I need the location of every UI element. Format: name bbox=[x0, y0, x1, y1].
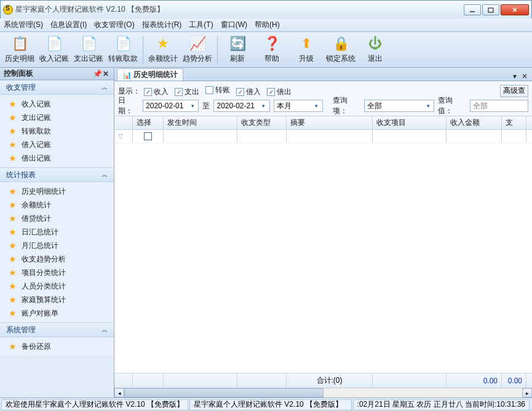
advanced-search-button[interactable]: 高级查 bbox=[500, 85, 528, 97]
sidebar-item-历史明细统计[interactable]: ★历史明细统计 bbox=[0, 185, 114, 198]
toolbar-转账取款[interactable]: 📄转账取款 bbox=[107, 34, 139, 66]
帮助-icon: ❓ bbox=[263, 35, 281, 52]
query-val-input[interactable] bbox=[473, 102, 525, 110]
tab-history-detail[interactable]: 📊 历史明细统计 bbox=[117, 68, 183, 81]
menu-system[interactable]: 系统管理(S) bbox=[4, 20, 43, 30]
tab-close-icon[interactable]: ✕ bbox=[520, 72, 530, 81]
sidebar-item-收入记账[interactable]: ★收入记账 bbox=[0, 97, 114, 111]
group-label: 系统管理 bbox=[6, 325, 36, 335]
checkbox-借出[interactable] bbox=[267, 88, 275, 96]
scroll-thumb[interactable] bbox=[124, 388, 324, 397]
toolbar-label: 余额统计 bbox=[148, 54, 178, 64]
col-blank[interactable] bbox=[114, 116, 133, 129]
sidebar-item-人员分类统计[interactable]: ★人员分类统计 bbox=[0, 279, 114, 293]
toolbar-label: 刷新 bbox=[230, 54, 245, 64]
toolbar-刷新[interactable]: 🔄刷新 bbox=[221, 34, 253, 66]
query-col-input[interactable] bbox=[367, 102, 431, 110]
menu-info[interactable]: 信息设置(I) bbox=[50, 20, 87, 30]
toolbar-锁定系统[interactable]: 🔒锁定系统 bbox=[325, 34, 357, 66]
col-收入金额[interactable]: 收入金额 bbox=[447, 116, 502, 129]
grid-body[interactable]: ▽ bbox=[114, 130, 532, 373]
sidebar-item-借入记账[interactable]: ★借入记账 bbox=[0, 138, 114, 151]
sidebar-item-label: 日汇总统计 bbox=[22, 227, 58, 237]
toolbar-余额统计[interactable]: ★余额统计 bbox=[147, 34, 179, 66]
sidebar-item-备份还原[interactable]: ★备份还原 bbox=[0, 340, 114, 353]
sidebar-item-label: 账户对账单 bbox=[22, 308, 58, 319]
sidebar-item-项目分类统计[interactable]: ★项目分类统计 bbox=[0, 266, 114, 279]
退出-icon: ⏻ bbox=[366, 35, 384, 52]
toolbar-升级[interactable]: ⬆升级 bbox=[290, 34, 322, 66]
close-button[interactable] bbox=[501, 4, 529, 15]
toolbar-历史明细[interactable]: 📋历史明细 bbox=[4, 34, 36, 66]
group-统计报表[interactable]: 统计报表︽ bbox=[0, 167, 114, 182]
sidebar-item-收支趋势分析[interactable]: ★收支趋势分析 bbox=[0, 252, 114, 266]
趋势分析-icon: 📈 bbox=[188, 35, 207, 52]
filter-icon[interactable]: ▽ bbox=[118, 133, 123, 140]
period-combo[interactable]: ▾ bbox=[274, 100, 323, 112]
star-icon: ★ bbox=[9, 126, 17, 136]
select-all-checkbox[interactable] bbox=[144, 132, 152, 140]
col-收支类型[interactable]: 收支类型 bbox=[237, 116, 287, 129]
col-收支项目[interactable]: 收支项目 bbox=[373, 116, 447, 129]
date-to-combo[interactable]: ▾ bbox=[213, 100, 269, 112]
query-col-combo[interactable]: ▾ bbox=[364, 100, 434, 112]
menu-report[interactable]: 报表统计(R) bbox=[142, 20, 182, 30]
group-系统管理[interactable]: 系统管理︽ bbox=[0, 322, 114, 337]
checkbox-支出[interactable] bbox=[175, 88, 183, 96]
dropdown-icon: ▾ bbox=[312, 102, 321, 110]
maximize-button[interactable] bbox=[482, 4, 499, 15]
minimize-button[interactable] bbox=[464, 4, 481, 15]
scroll-right-button[interactable]: ▸ bbox=[522, 388, 532, 397]
menu-help[interactable]: 帮助(H) bbox=[255, 20, 280, 30]
menu-income[interactable]: 收支管理(O) bbox=[94, 20, 134, 30]
checkbox-label: 借出 bbox=[277, 87, 292, 97]
sidebar-item-月汇总统计[interactable]: ★月汇总统计 bbox=[0, 239, 114, 252]
toolbar-收入记账[interactable]: 📄收入记账 bbox=[38, 34, 70, 66]
col-摘要[interactable]: 摘要 bbox=[287, 116, 373, 129]
group-收支管理[interactable]: 收支管理︽ bbox=[0, 80, 114, 95]
total-cell bbox=[114, 373, 133, 388]
tab-dropdown-icon[interactable]: ▾ bbox=[510, 72, 520, 81]
scroll-left-button[interactable]: ◂ bbox=[114, 388, 124, 397]
sidebar-item-借出记账[interactable]: ★借出记账 bbox=[0, 151, 114, 165]
toolbar-趋势分析[interactable]: 📈趋势分析 bbox=[181, 34, 213, 66]
checkbox-收入[interactable] bbox=[144, 88, 152, 96]
sidebar-item-支出记账[interactable]: ★支出记账 bbox=[0, 111, 114, 124]
chevron-up-icon: ︽ bbox=[101, 170, 108, 179]
menu-tools[interactable]: 工具(T) bbox=[189, 20, 213, 30]
star-icon: ★ bbox=[9, 140, 17, 150]
query-val-combo[interactable] bbox=[470, 100, 528, 112]
支出记账-icon: 📄 bbox=[79, 35, 98, 52]
status-datetime: :02月21日 星期五 农历 正月廿八 当前时间:10:31:36 bbox=[353, 399, 530, 410]
col-支[interactable]: 支 bbox=[502, 116, 526, 129]
sidebar-item-借贷统计[interactable]: ★借贷统计 bbox=[0, 212, 114, 225]
scroll-track[interactable] bbox=[124, 388, 522, 397]
horizontal-scrollbar[interactable]: ◂ ▸ bbox=[114, 388, 532, 397]
checkbox-借入[interactable] bbox=[236, 88, 244, 96]
sidebar-close-icon[interactable]: ✕ bbox=[101, 70, 110, 78]
sidebar-item-label: 借出记账 bbox=[22, 153, 51, 164]
col-发生时间[interactable]: 发生时间 bbox=[164, 116, 237, 129]
pin-icon[interactable]: 📌 bbox=[93, 70, 101, 78]
sidebar-title: 控制面板 📌 ✕ bbox=[0, 68, 114, 80]
sidebar-item-账户对账单[interactable]: ★账户对账单 bbox=[0, 306, 114, 320]
sidebar-item-家庭预算统计[interactable]: ★家庭预算统计 bbox=[0, 293, 114, 306]
sidebar-item-label: 家庭预算统计 bbox=[22, 295, 66, 305]
col-选择[interactable]: 选择 bbox=[133, 116, 164, 129]
锁定系统-icon: 🔒 bbox=[332, 35, 350, 52]
checkbox-label: 收入 bbox=[154, 87, 169, 97]
toolbar-退出[interactable]: ⏻退出 bbox=[359, 34, 391, 66]
date-from-combo[interactable]: ▾ bbox=[143, 100, 199, 112]
toolbar-帮助[interactable]: ❓帮助 bbox=[256, 34, 288, 66]
menu-window[interactable]: 窗口(W) bbox=[221, 20, 247, 30]
star-icon: ★ bbox=[9, 113, 17, 122]
sidebar-item-转账取款[interactable]: ★转账取款 bbox=[0, 124, 114, 138]
toolbar-支出记账[interactable]: 📄支出记账 bbox=[73, 34, 105, 66]
data-grid: 选择发生时间收支类型摘要收支项目收入金额支 ▽ 合计:(0)0.000.00 ◂… bbox=[114, 116, 532, 397]
tab-icon: 📊 bbox=[122, 71, 131, 79]
toolbar-label: 锁定系统 bbox=[326, 54, 355, 64]
转账取款-icon: 📄 bbox=[114, 35, 132, 52]
sidebar-item-余额统计[interactable]: ★余额统计 bbox=[0, 198, 114, 212]
checkbox-转账[interactable] bbox=[205, 86, 213, 94]
sidebar-item-日汇总统计[interactable]: ★日汇总统计 bbox=[0, 225, 114, 239]
